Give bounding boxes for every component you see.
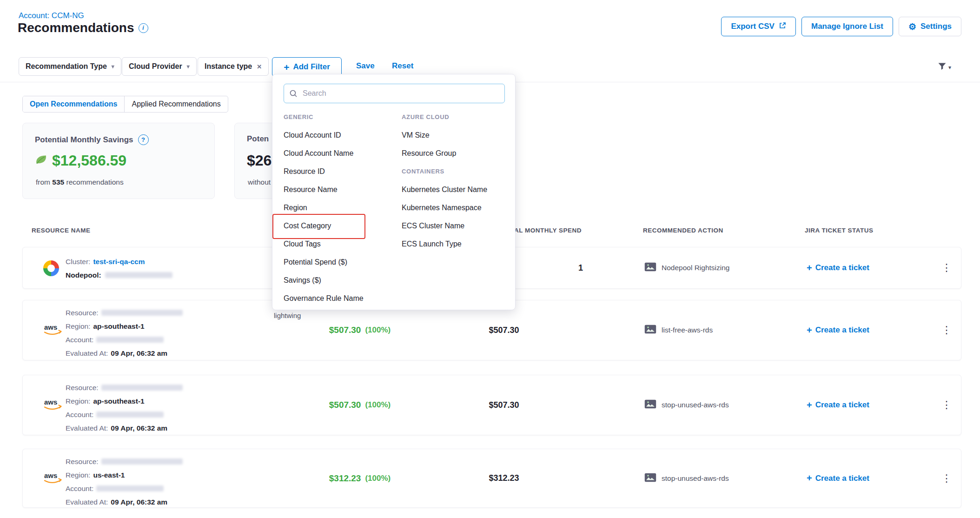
filter-option-ecs-cluster-name[interactable]: ECS Cluster Name [402, 217, 509, 235]
redacted-value [96, 412, 164, 418]
redacted-value [101, 310, 183, 316]
page-title: Recommendations [18, 20, 134, 35]
action-thumbnail-icon [644, 325, 656, 336]
account-breadcrumb[interactable]: Account: CCM-NG [19, 11, 84, 20]
info-icon[interactable]: i [139, 23, 148, 33]
recommended-action-label: stop-unused-aws-rds [662, 401, 729, 409]
filter-dropdown: GENERIC Cloud Account ID Cloud Account N… [272, 74, 516, 310]
kebab-menu-icon[interactable]: ⋮ [938, 260, 955, 276]
leaf-icon [35, 154, 47, 167]
filter-option-potential-spend[interactable]: Potential Spend ($) [284, 253, 391, 271]
filter-search-input[interactable] [284, 84, 505, 103]
aws-provider-icon: aws [42, 471, 64, 486]
plus-icon: + [807, 325, 812, 336]
recommended-action-label: list-free-aws-rds [662, 326, 713, 334]
settings-button[interactable]: ⚙ Settings [899, 17, 961, 36]
chip-label: Instance type [205, 62, 252, 71]
tab-applied-recommendations[interactable]: Applied Recommendations [125, 96, 227, 112]
region-value: us-east-1 [93, 471, 125, 479]
savings-percent: (100%) [365, 474, 391, 483]
text-fragment-lightwing: lightwing [274, 312, 301, 319]
chip-label: Cloud Provider [129, 62, 182, 71]
manage-ignore-list-label: Manage Ignore List [811, 22, 883, 31]
savings-percent: (100%) [365, 400, 391, 410]
potential-monthly-savings-card: Potential Monthly Savings ? $12,586.59 f… [22, 123, 215, 199]
savings-amount: $12,586.59 [52, 152, 126, 169]
plus-icon: + [807, 400, 812, 411]
filter-option-kubernetes-namespace[interactable]: Kubernetes Namespace [402, 199, 509, 217]
create-ticket-button[interactable]: + Create a ticket [807, 300, 869, 360]
filter-option-resource-name[interactable]: Resource Name [284, 180, 391, 199]
close-icon[interactable]: ✕ [257, 63, 262, 70]
recommendations-tabs: Open Recommendations Applied Recommendat… [22, 96, 228, 113]
cluster-name-link[interactable]: test-sri-qa-ccm [93, 258, 145, 266]
filter-option-cost-category[interactable]: Cost Category [284, 217, 391, 235]
spend-value-fragment: 1 [562, 247, 599, 288]
filter-chip-cloud-provider[interactable]: Cloud Provider ▾ [122, 57, 197, 76]
filter-option-cloud-account-id[interactable]: Cloud Account ID [284, 126, 391, 144]
chevron-down-icon: ▾ [187, 63, 190, 70]
filter-option-cloud-account-name[interactable]: Cloud Account Name [284, 144, 391, 162]
cluster-label: Cluster: [66, 258, 90, 266]
column-header-jira-ticket-status: JIRA TICKET STATUS [805, 227, 874, 234]
chevron-down-icon: ▾ [948, 64, 951, 71]
evaluated-at-value: 09 Apr, 06:32 am [111, 349, 167, 358]
account-label: Account: [66, 336, 93, 344]
filter-option-region[interactable]: Region [284, 199, 391, 217]
redacted-value [96, 337, 164, 343]
question-icon[interactable]: ? [138, 134, 149, 145]
filter-options-generic: GENERIC Cloud Account ID Cloud Account N… [284, 108, 391, 307]
create-ticket-button[interactable]: + Create a ticket [807, 449, 869, 507]
filter-option-kubernetes-cluster-name[interactable]: Kubernetes Cluster Name [402, 180, 509, 199]
filter-option-resource-group[interactable]: Resource Group [402, 144, 509, 162]
filter-chip-recommendation-type[interactable]: Recommendation Type ▾ [19, 57, 121, 76]
table-row[interactable]: aws Resource: Region: us-east-1 Account:… [22, 449, 961, 508]
section-heading-azure-cloud: AZURE CLOUD [402, 108, 509, 126]
action-thumbnail-icon [644, 473, 656, 484]
card-title: Potential Monthly Savings [35, 135, 133, 145]
filter-option-savings[interactable]: Savings ($) [284, 271, 391, 289]
savings-percent: (100%) [365, 325, 391, 335]
filter-option-resource-id[interactable]: Resource ID [284, 162, 391, 180]
filter-options-right-column: AZURE CLOUD VM Size Resource Group CONTA… [402, 108, 509, 253]
filter-option-ecs-launch-type[interactable]: ECS Launch Type [402, 235, 509, 253]
account-label: Account: [66, 411, 93, 419]
filter-option-vm-size[interactable]: VM Size [402, 126, 509, 144]
resource-label: Resource: [66, 309, 99, 317]
create-ticket-button[interactable]: + Create a ticket [807, 247, 869, 288]
filter-chip-instance-type[interactable]: Instance type ✕ [198, 57, 269, 76]
filter-option-governance-rule-name[interactable]: Governance Rule Name [284, 289, 391, 307]
action-thumbnail-icon [644, 399, 656, 411]
monthly-spend-value: $312.23 [464, 449, 543, 507]
save-filter-button[interactable]: Save [356, 61, 375, 71]
card-title-partial: Poten [247, 134, 269, 144]
redacted-value [101, 458, 183, 465]
monthly-savings-value: $507.30 [329, 400, 361, 410]
table-row[interactable]: aws Resource: Region: ap-southeast-1 Acc… [22, 375, 961, 435]
evaluated-at-label: Evaluated At: [66, 349, 108, 358]
chip-label: Recommendation Type [26, 62, 107, 71]
evaluated-at-label: Evaluated At: [66, 498, 108, 506]
kebab-menu-icon[interactable]: ⋮ [938, 322, 955, 338]
export-csv-button[interactable]: Export CSV [721, 17, 796, 36]
tab-open-recommendations[interactable]: Open Recommendations [23, 96, 125, 112]
filter-panel-toggle[interactable]: ▾ [938, 62, 951, 72]
svg-text:aws: aws [44, 323, 57, 331]
kebab-menu-icon[interactable]: ⋮ [938, 397, 955, 413]
column-header-resource-name: RESOURCE NAME [32, 227, 91, 234]
reset-filter-button[interactable]: Reset [392, 61, 413, 71]
create-ticket-button[interactable]: + Create a ticket [807, 375, 869, 435]
create-ticket-label: Create a ticket [815, 474, 869, 483]
header: Account: CCM-NG Recommendations i Export… [0, 0, 980, 52]
plus-icon: + [284, 62, 289, 72]
section-heading-containers: CONTAINERS [402, 162, 509, 180]
plus-icon: + [807, 263, 812, 273]
resource-label: Resource: [66, 458, 99, 466]
redacted-value [101, 385, 183, 391]
add-filter-label: Add Filter [293, 62, 330, 72]
redacted-value [105, 272, 172, 278]
filter-option-cloud-tags[interactable]: Cloud Tags [284, 235, 391, 253]
manage-ignore-list-button[interactable]: Manage Ignore List [801, 17, 893, 36]
kebab-menu-icon[interactable]: ⋮ [938, 471, 955, 486]
external-link-icon [779, 22, 786, 32]
